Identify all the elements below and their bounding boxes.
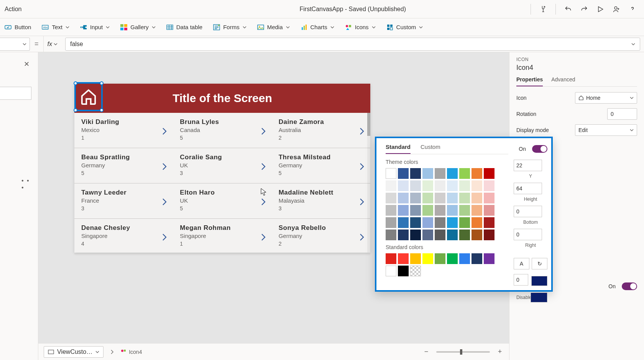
color-swatch[interactable] bbox=[447, 217, 458, 228]
color-swatch[interactable] bbox=[398, 217, 409, 228]
ribbon-button[interactable]: Button bbox=[5, 24, 31, 31]
share-icon[interactable] bbox=[613, 5, 620, 13]
scrollbar-thumb[interactable] bbox=[367, 113, 370, 136]
chevron-right-icon[interactable] bbox=[161, 127, 168, 136]
color-swatch[interactable] bbox=[410, 230, 421, 240]
gallery-item[interactable]: Coralie Sang UK 3 bbox=[173, 148, 271, 183]
h-input[interactable]: 0 bbox=[514, 206, 542, 217]
color-swatch[interactable] bbox=[435, 168, 445, 179]
color-swatch[interactable] bbox=[410, 266, 421, 276]
selection-handle[interactable] bbox=[100, 81, 104, 85]
chevron-right-icon[interactable] bbox=[161, 197, 168, 206]
ribbon-datatable[interactable]: Data table bbox=[166, 24, 202, 31]
color-swatch[interactable] bbox=[410, 217, 421, 228]
zoom-slider[interactable] bbox=[436, 351, 490, 353]
colorpicker-tab-standard[interactable]: Standard bbox=[386, 144, 411, 154]
ribbon-forms[interactable]: Forms bbox=[213, 24, 246, 31]
help-icon[interactable] bbox=[629, 5, 636, 13]
color-swatch[interactable] bbox=[459, 230, 470, 240]
color-swatch[interactable] bbox=[459, 253, 470, 264]
chevron-right-icon[interactable] bbox=[260, 233, 266, 242]
gallery-item[interactable]: Bruna Lyles Canada 5 bbox=[173, 113, 271, 148]
color-swatch[interactable] bbox=[484, 217, 495, 228]
color-swatch[interactable] bbox=[386, 180, 396, 191]
color-swatch[interactable] bbox=[410, 205, 421, 216]
app-checker-icon[interactable] bbox=[539, 5, 547, 13]
color-swatch[interactable] bbox=[422, 253, 433, 264]
gallery-item[interactable]: Viki Darling Mexico 1 bbox=[74, 113, 173, 148]
color-swatch[interactable] bbox=[472, 168, 482, 179]
gallery-item[interactable]: Thresa Milstead Germany 5 bbox=[272, 148, 370, 183]
ribbon-input[interactable]: Input bbox=[80, 24, 110, 31]
color-swatch[interactable] bbox=[398, 230, 409, 240]
displaymode-dropdown[interactable]: Edit bbox=[575, 124, 637, 136]
color-swatch[interactable] bbox=[398, 266, 409, 276]
icon-dropdown[interactable]: Home bbox=[575, 92, 637, 104]
fx-button[interactable]: fx bbox=[43, 36, 61, 52]
selection-handle[interactable] bbox=[74, 81, 77, 85]
color-swatch[interactable] bbox=[472, 205, 482, 216]
gallery-control[interactable]: Viki Darling Mexico 1 Bruna Lyles Canada… bbox=[74, 113, 370, 254]
color-swatch[interactable] bbox=[435, 205, 445, 216]
color-swatch[interactable] bbox=[484, 205, 495, 216]
gallery-item[interactable]: Sonya Rebello Germany 2 bbox=[272, 219, 370, 254]
b-input[interactable]: 0 bbox=[514, 229, 542, 240]
tab-properties[interactable]: Properties bbox=[516, 76, 543, 86]
color-swatch[interactable] bbox=[422, 180, 433, 191]
color-swatch[interactable] bbox=[447, 180, 458, 191]
selection-handle[interactable] bbox=[100, 108, 104, 112]
color-swatch[interactable] bbox=[398, 180, 409, 191]
close-icon[interactable]: ✕ bbox=[24, 60, 30, 68]
color-chip[interactable] bbox=[531, 292, 547, 302]
color-swatch[interactable] bbox=[484, 168, 495, 179]
color-swatch[interactable] bbox=[484, 230, 495, 240]
chevron-right-icon[interactable] bbox=[260, 162, 266, 171]
chevron-right-icon[interactable] bbox=[161, 233, 168, 242]
colorpicker-tab-custom[interactable]: Custom bbox=[421, 144, 440, 154]
color-swatch[interactable] bbox=[472, 230, 482, 240]
color-swatch[interactable] bbox=[410, 253, 421, 264]
selected-home-icon[interactable] bbox=[74, 82, 103, 111]
tab-advanced[interactable]: Advanced bbox=[551, 76, 575, 86]
color-swatch[interactable] bbox=[459, 168, 470, 179]
color-swatch[interactable] bbox=[386, 266, 396, 276]
x-input[interactable]: 22 bbox=[514, 160, 542, 171]
breadcrumb-item[interactable]: Icon4 bbox=[120, 349, 142, 355]
color-swatch[interactable] bbox=[422, 193, 433, 203]
chevron-right-icon[interactable] bbox=[359, 197, 365, 206]
color-swatch[interactable] bbox=[422, 217, 433, 228]
chevron-right-icon[interactable] bbox=[359, 162, 365, 171]
play-icon[interactable] bbox=[596, 5, 604, 13]
gallery-item[interactable]: Elton Haro UK 5 bbox=[173, 183, 271, 219]
color-swatch[interactable] bbox=[410, 168, 421, 179]
scrollbar[interactable] bbox=[367, 113, 370, 253]
zoom-out-button[interactable]: − bbox=[422, 348, 430, 356]
color-swatch[interactable] bbox=[459, 205, 470, 216]
color-swatch[interactable] bbox=[386, 253, 396, 264]
chevron-right-icon[interactable] bbox=[260, 127, 266, 136]
color-swatch[interactable] bbox=[386, 205, 396, 216]
color-swatch[interactable] bbox=[398, 193, 409, 203]
color-swatch[interactable] bbox=[422, 168, 433, 179]
color-swatch[interactable] bbox=[472, 193, 482, 203]
gallery-item[interactable]: Beau Spratling Germany 5 bbox=[74, 148, 173, 183]
property-dropdown[interactable] bbox=[0, 38, 30, 51]
redo-icon[interactable] bbox=[580, 5, 588, 13]
visible-toggle[interactable] bbox=[622, 282, 637, 290]
ribbon-charts[interactable]: Charts bbox=[301, 24, 334, 31]
color-swatch[interactable] bbox=[398, 205, 409, 216]
rotation-input[interactable]: 0 bbox=[607, 108, 637, 120]
gallery-item[interactable]: Daine Zamora Australia 2 bbox=[272, 113, 370, 148]
color-swatch[interactable] bbox=[472, 217, 482, 228]
color-swatch[interactable] bbox=[410, 193, 421, 203]
color-swatch[interactable] bbox=[447, 205, 458, 216]
ribbon-icons[interactable]: Icons bbox=[345, 24, 376, 31]
menu-action[interactable]: Action bbox=[5, 6, 21, 13]
text-align-button[interactable]: A bbox=[514, 258, 529, 269]
rotate-button[interactable]: ↻ bbox=[532, 258, 547, 269]
formula-input[interactable]: false bbox=[65, 38, 640, 51]
color-swatch[interactable] bbox=[386, 168, 396, 179]
gallery-item[interactable]: Megan Rohman Singapore 1 bbox=[173, 219, 271, 254]
toggle[interactable] bbox=[532, 145, 547, 153]
color-swatch[interactable] bbox=[484, 180, 495, 191]
